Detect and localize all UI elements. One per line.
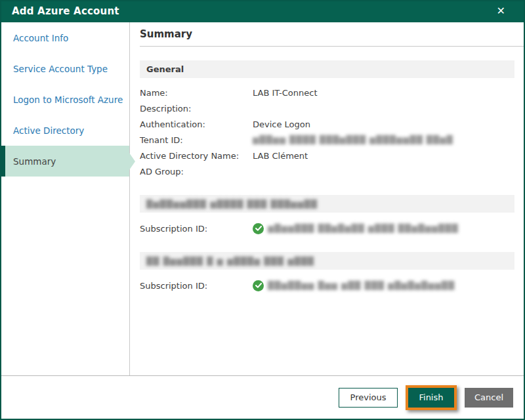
- summary-row: Subscription ID:▆█▆▆███ ██▆█▆██ ▆███ ██▆…: [140, 220, 514, 236]
- row-label: Subscription ID:: [140, 224, 253, 234]
- check-circle-icon: [253, 280, 264, 291]
- section-title: General: [146, 64, 184, 74]
- row-value-redacted: ██▆██▆▆ █▆▆ ▆██ ███ ▆█▆█▆█▆▆██: [268, 281, 455, 290]
- finish-button[interactable]: Finish: [408, 388, 454, 408]
- row-value-text: LAB IT-Connect: [253, 88, 318, 98]
- section-header: General: [140, 60, 514, 78]
- page-title: Summary: [140, 28, 514, 40]
- summary-row: Active Directory Name:LAB Clément: [140, 148, 514, 163]
- row-value: LAB IT-Connect: [253, 88, 318, 98]
- finish-highlight-annotation: Finish: [406, 385, 457, 410]
- previous-button[interactable]: Previous: [339, 388, 398, 408]
- row-value: ▆██▆▆ ████ ███▆███ ▆███▆▆██ ██▆█: [253, 135, 453, 144]
- row-label: AD Group:: [140, 167, 253, 177]
- section-title-redacted: █▆██▆▆███ ▆████ ███ ███▆▆██: [146, 200, 318, 209]
- wizard-steps-sidebar: Account InfoService Account TypeLogon to…: [1, 22, 130, 375]
- section-title-redacted: ██ █▆▆███ █ ▆ ▆███▆ ███ ▆███: [146, 257, 314, 266]
- titlebar: Add Azure Account ✕: [0, 0, 525, 22]
- summary-row: Authentication:Device Logon: [140, 116, 514, 132]
- row-value: Device Logon: [253, 119, 310, 129]
- row-value-text: LAB Clément: [253, 151, 308, 161]
- add-azure-account-dialog: Add Azure Account ✕ Account InfoService …: [0, 0, 525, 420]
- section-header: ██ █▆▆███ █ ▆ ▆███▆ ███ ▆███: [140, 252, 514, 270]
- close-icon[interactable]: ✕: [494, 5, 508, 18]
- row-label: Description:: [140, 104, 253, 114]
- cancel-button[interactable]: Cancel: [465, 388, 513, 408]
- window-title: Add Azure Account: [12, 5, 494, 17]
- sidebar-item-logon-to-microsoft-azure[interactable]: Logon to Microsoft Azure: [1, 84, 129, 115]
- row-value: ▆█▆▆███ ██▆█▆██ ▆███ ██▆█▆▆███: [253, 223, 459, 234]
- sidebar-item-label: Service Account Type: [13, 64, 108, 74]
- row-value: ██▆██▆▆ █▆▆ ▆██ ███ ▆█▆█▆█▆▆██: [253, 280, 455, 291]
- summary-row: Tenant ID:▆██▆▆ ████ ███▆███ ▆███▆▆██ ██…: [140, 132, 514, 148]
- sidebar-item-account-info[interactable]: Account Info: [1, 22, 129, 53]
- row-value-redacted: ▆██▆▆ ████ ███▆███ ▆███▆▆██ ██▆█: [253, 135, 453, 144]
- row-value-text: Device Logon: [253, 119, 310, 129]
- check-circle-icon: [253, 223, 264, 234]
- sidebar-item-label: Active Directory: [13, 125, 84, 136]
- sidebar-item-active-directory[interactable]: Active Directory: [1, 115, 129, 146]
- row-label: Tenant ID:: [140, 135, 253, 145]
- sidebar-item-label: Account Info: [13, 33, 68, 43]
- row-value: LAB Clément: [253, 151, 308, 161]
- divider: [140, 46, 524, 47]
- sidebar-item-summary[interactable]: Summary: [1, 146, 129, 177]
- summary-row: Description:: [140, 100, 514, 116]
- sidebar-item-label: Summary: [13, 156, 56, 167]
- row-label: Name:: [140, 88, 253, 98]
- row-label: Active Directory Name:: [140, 151, 253, 161]
- row-label: Subscription ID:: [140, 281, 253, 291]
- summary-row: Name:LAB IT-Connect: [140, 85, 514, 100]
- section-rows: Name:LAB IT-ConnectDescription:Authentic…: [140, 85, 514, 179]
- section-rows: Subscription ID:██▆██▆▆ █▆▆ ▆██ ███ ▆█▆█…: [140, 278, 514, 293]
- summary-row: Subscription ID:██▆██▆▆ █▆▆ ▆██ ███ ▆█▆█…: [140, 278, 514, 293]
- sidebar-item-label: Logon to Microsoft Azure: [13, 94, 123, 105]
- section-rows: Subscription ID:▆█▆▆███ ██▆█▆██ ▆███ ██▆…: [140, 220, 514, 236]
- summary-content: Summary GeneralName:LAB IT-ConnectDescri…: [131, 22, 524, 375]
- row-value-redacted: ▆█▆▆███ ██▆█▆██ ▆███ ██▆█▆▆███: [268, 224, 459, 233]
- section-header: █▆██▆▆███ ▆████ ███ ███▆▆██: [140, 195, 514, 213]
- footer: Previous Finish Cancel: [1, 375, 524, 419]
- sidebar-item-service-account-type[interactable]: Service Account Type: [1, 53, 129, 84]
- row-label: Authentication:: [140, 119, 253, 129]
- summary-row: AD Group:: [140, 163, 514, 179]
